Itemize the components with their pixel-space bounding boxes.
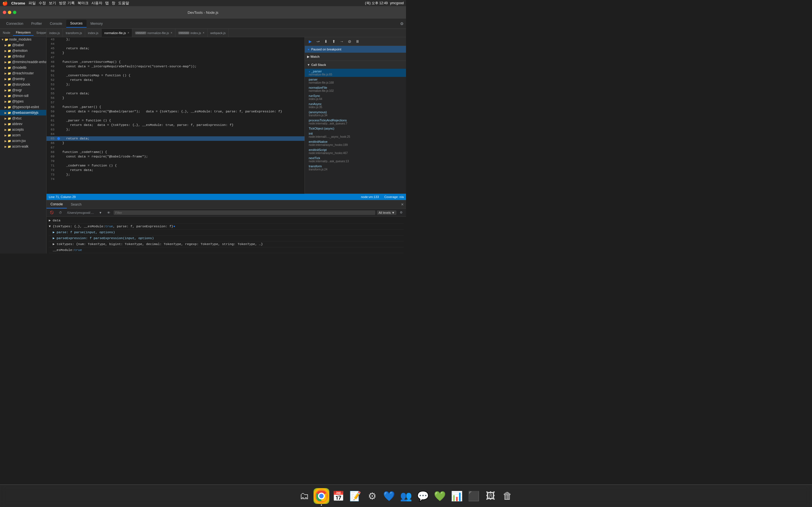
sidebar-item--svgr[interactable]: ▶ 📁@svgr bbox=[0, 87, 46, 93]
sidebar-item--reach-router[interactable]: ▶ 📁@reach/router bbox=[0, 70, 46, 76]
sidebar-item-node-modules[interactable]: ▼ 📂node_modules bbox=[0, 37, 46, 42]
async-toggle[interactable]: ⏱ bbox=[57, 210, 64, 215]
step-over-button[interactable]: ⤻ bbox=[315, 38, 321, 45]
sidebar-item--sentry[interactable]: ▶ 📁@sentry bbox=[0, 76, 46, 82]
console-line: ▶ parseExpression: f parseExpression(inp… bbox=[49, 235, 404, 241]
file-tab-5[interactable]: VM1533 index.js× bbox=[175, 29, 207, 37]
sidebar-item--typescript-eslint[interactable]: ▶ 📁@typescript-eslint bbox=[0, 104, 46, 110]
file-tab-0[interactable]: index.js bbox=[47, 29, 63, 37]
call-stack-item[interactable]: processTicksAndRejectionsnode:internal/p… bbox=[305, 118, 406, 126]
sidebar-tab-filesystem[interactable]: Filesystem bbox=[13, 30, 34, 36]
eye-icon[interactable]: 👁 bbox=[105, 210, 112, 215]
tab-console[interactable]: Console bbox=[46, 20, 66, 27]
code-line: 61 _parser = function () { bbox=[47, 118, 305, 123]
code-line: 47 bbox=[47, 55, 305, 60]
apple-menu[interactable]: 🍎 bbox=[2, 1, 8, 6]
clear-console-button[interactable]: 🚫 bbox=[48, 210, 56, 215]
sidebar-item--webassemblyjs[interactable]: ▶ 📁@webassemblyjs bbox=[0, 110, 46, 115]
sidebar-item-label: @nodelib bbox=[12, 66, 27, 69]
sidebar-item-label: acorn-jsx bbox=[12, 139, 26, 143]
tab-connection[interactable]: Connection bbox=[2, 20, 28, 27]
call-stack-item[interactable]: runAsyncindex.js:35 bbox=[305, 101, 406, 110]
call-stack-item[interactable]: initnode:internal/i...._async_hook:25 bbox=[305, 131, 406, 139]
menu-view[interactable]: 보기 bbox=[49, 1, 56, 6]
sidebar-tab-snippets[interactable]: Snippets bbox=[34, 30, 47, 36]
close-button[interactable] bbox=[3, 11, 6, 14]
console-settings-icon[interactable]: ⚙ bbox=[398, 210, 404, 215]
sidebar-item-accepts[interactable]: ▶ 📁accepts bbox=[0, 127, 46, 132]
sidebar-item--nodelib[interactable]: ▶ 📁@nodelib bbox=[0, 65, 46, 70]
maximize-button[interactable] bbox=[13, 11, 16, 14]
sidebar-item--babel[interactable]: ▶ 📁@babel bbox=[0, 42, 46, 48]
sidebar-item--mrminc-readdir-enhanced[interactable]: ▶ 📁@mrminc/readdir-enhanced bbox=[0, 59, 46, 65]
main-container: Node Filesystem Snippets + ⋮ ▼ 📂node_mod… bbox=[0, 29, 406, 253]
code-editor[interactable]: 43 };4445 return data;46}4748function _c… bbox=[47, 37, 305, 194]
resume-button[interactable]: ▶ bbox=[307, 38, 313, 45]
call-stack-item[interactable]: (anonymous)transform.js:34 bbox=[305, 110, 406, 118]
file-tab-2[interactable]: index.js bbox=[85, 29, 101, 37]
menu-tab[interactable]: 탭 bbox=[105, 1, 109, 6]
tab-sources[interactable]: Sources bbox=[66, 20, 87, 27]
code-line: 49 const data = _interopRequireDefault(r… bbox=[47, 64, 305, 69]
sidebar-item--emotion[interactable]: ▶ 📁@emotion bbox=[0, 48, 46, 54]
sidebar-item--xtuc[interactable]: ▶ 📁@xtuc bbox=[0, 115, 46, 121]
close-tab-button[interactable]: × bbox=[170, 31, 172, 34]
step-button[interactable]: → bbox=[339, 38, 345, 45]
app-name[interactable]: Chrome bbox=[11, 1, 25, 5]
call-stack-item[interactable]: runSyncindex.js:44 bbox=[305, 93, 406, 101]
menu-help[interactable]: 도움말 bbox=[118, 1, 129, 6]
menu-user[interactable]: 사용자 bbox=[91, 1, 102, 6]
file-tab-1[interactable]: transform.js bbox=[63, 29, 85, 37]
call-stack-item[interactable]: emitInitNativenode:internal/async_hooks:… bbox=[305, 139, 406, 147]
watch-header[interactable]: ▶ Watch bbox=[305, 53, 406, 61]
step-out-button[interactable]: ⬆ bbox=[331, 38, 337, 45]
code-line: 52 return data; bbox=[47, 78, 305, 82]
deactivate-button[interactable]: ⊘ bbox=[347, 38, 353, 45]
close-tab-button[interactable]: × bbox=[128, 31, 129, 34]
call-stack-item[interactable]: emitInitScriptnode:internal/async_hooks:… bbox=[305, 147, 406, 156]
filter-input[interactable] bbox=[114, 210, 375, 215]
call-stack-item[interactable]: normalizeFilenormalize-file.js:102 bbox=[305, 85, 406, 93]
menu-history[interactable]: 방문 기록 bbox=[59, 1, 75, 6]
file-tab-6[interactable]: webpack.js bbox=[207, 29, 229, 37]
file-tab-4[interactable]: VM1537 normalize-file.js× bbox=[132, 29, 175, 37]
menu-window[interactable]: 창 bbox=[112, 1, 115, 6]
bottom-tab-console[interactable]: Console bbox=[47, 201, 67, 209]
bottom-tab-search[interactable]: Search bbox=[67, 201, 86, 208]
path-dropdown[interactable]: ▼ bbox=[97, 210, 104, 215]
minimize-button[interactable] bbox=[8, 11, 11, 14]
sidebar-item--tmon-sdl[interactable]: ▶ 📁@tmon-sdl bbox=[0, 93, 46, 99]
call-stack-item[interactable]: _parsernormalize-file.js:65 bbox=[305, 69, 406, 77]
line-content: function _convertSourceMap() { bbox=[61, 60, 305, 64]
level-select[interactable]: All levels ▼ bbox=[377, 210, 396, 215]
menu-edit[interactable]: 수정 bbox=[39, 1, 46, 6]
sidebar-item-label: @typescript-eslint bbox=[12, 105, 39, 109]
bottom-close-button[interactable]: ✕ bbox=[399, 201, 406, 208]
tab-profiler[interactable]: Profiler bbox=[28, 20, 46, 27]
sidebar-item--storybook[interactable]: ▶ 📁@storybook bbox=[0, 82, 46, 87]
call-stack-item[interactable]: nextTicknode:internal/p...ask_queues:13 bbox=[305, 156, 406, 164]
call-stack-item[interactable]: transformtransform.js:24 bbox=[305, 164, 406, 172]
close-tab-button[interactable]: × bbox=[203, 31, 204, 34]
call-stack-item[interactable]: TickObject (async) bbox=[305, 126, 406, 131]
call-stack-item[interactable]: parsernormalize-file.js:168 bbox=[305, 77, 406, 85]
code-line: 65 return data; bbox=[47, 136, 305, 141]
sidebar-tab-node[interactable]: Node bbox=[0, 30, 13, 36]
call-stack-header[interactable]: ▼ Call Stack bbox=[305, 61, 406, 69]
sidebar-item-acorn-walk[interactable]: ▶ 📁acorn-walk bbox=[0, 144, 46, 149]
path-display[interactable]: /Users/ymcgood/.... bbox=[65, 210, 96, 215]
file-tab-3[interactable]: normalize-file.js× bbox=[101, 29, 132, 37]
sidebar-item-acorn[interactable]: ▶ 📁acorn bbox=[0, 132, 46, 138]
sidebar-item--fimbul[interactable]: ▶ 📁@fimbul bbox=[0, 54, 46, 59]
code-line: 45 return data; bbox=[47, 46, 305, 51]
tab-memory[interactable]: Memory bbox=[87, 20, 107, 27]
menubar-user: ymcgood bbox=[390, 1, 404, 5]
menu-file[interactable]: 파일 bbox=[29, 1, 36, 6]
step-into-button[interactable]: ⬇ bbox=[323, 38, 329, 45]
sidebar-item--types[interactable]: ▶ 📁@types bbox=[0, 99, 46, 104]
menu-bookmarks[interactable]: 북마크 bbox=[78, 1, 89, 6]
sidebar-item-acorn-jsx[interactable]: ▶ 📁acorn-jsx bbox=[0, 138, 46, 144]
pause-exceptions-button[interactable]: ⏸ bbox=[354, 38, 361, 45]
settings-icon[interactable]: ⚙ bbox=[400, 21, 404, 26]
sidebar-item-abbrev[interactable]: ▶ 📁abbrev bbox=[0, 121, 46, 127]
